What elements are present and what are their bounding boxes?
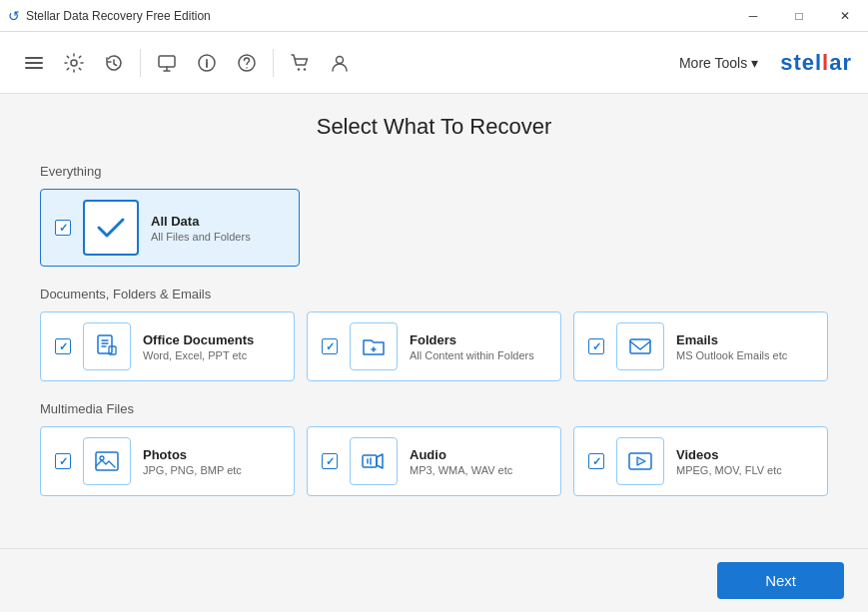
office-docs-card[interactable]: Office Documents Word, Excel, PPT etc [40,311,295,381]
multimedia-section: Multimedia Files Photos JPG, PNG, BMP et… [40,401,828,496]
videos-text: Videos MPEG, MOV, FLV etc [676,447,813,476]
more-tools-label: More Tools [679,55,747,71]
videos-checkbox[interactable] [588,453,604,469]
office-docs-text: Office Documents Word, Excel, PPT etc [143,332,280,361]
dropdown-arrow-icon: ▾ [751,55,758,71]
svg-point-7 [337,56,344,63]
videos-card[interactable]: Videos MPEG, MOV, FLV etc [573,426,828,496]
account-button[interactable] [322,45,358,81]
videos-title: Videos [676,447,813,462]
separator-1 [140,49,141,77]
photos-subtitle: JPG, PNG, BMP etc [143,464,280,476]
folders-icon-box [350,322,398,370]
main-content: Select What To Recover Everything All Da… [0,94,868,548]
all-data-text: All Data All Files and Folders [151,214,285,243]
audio-card[interactable]: Audio MP3, WMA, WAV etc [307,426,561,496]
photos-checkbox[interactable] [55,453,71,469]
svg-point-5 [298,68,300,70]
everything-card-row: All Data All Files and Folders [40,189,828,267]
logo-accent: l [822,50,829,75]
window-controls: ─ □ ✕ [730,0,868,32]
folders-subtitle: All Content within Folders [410,349,546,361]
monitor-icon [157,53,177,73]
photos-title: Photos [143,447,280,462]
title-bar-left: ↺ Stellar Data Recovery Free Edition [8,8,211,24]
emails-icon-box [616,322,664,370]
menu-button[interactable] [16,45,52,81]
all-data-card[interactable]: All Data All Files and Folders [40,189,300,267]
settings-button[interactable] [56,45,92,81]
close-button[interactable]: ✕ [822,0,868,32]
office-docs-icon-box [83,322,131,370]
all-data-icon-box [83,200,139,256]
stellar-logo: stellar [780,50,852,76]
audio-subtitle: MP3, WMA, WAV etc [410,464,546,476]
multimedia-card-row: Photos JPG, PNG, BMP etc Audio [40,426,828,496]
all-data-checkbox[interactable] [55,220,71,236]
svg-rect-10 [630,339,650,353]
emails-checkbox[interactable] [588,338,604,354]
everything-label: Everything [40,164,828,179]
separator-2 [273,49,274,77]
emails-text: Emails MS Outlook Emails etc [676,332,813,361]
title-bar: ↺ Stellar Data Recovery Free Edition ─ □… [0,0,868,32]
audio-icon [360,447,388,475]
audio-icon-box [350,437,398,485]
checkmark-icon [93,210,129,246]
svg-rect-13 [363,455,377,467]
photos-card[interactable]: Photos JPG, PNG, BMP etc [40,426,295,496]
gear-icon [64,53,84,73]
folders-card[interactable]: Folders All Content within Folders [307,311,561,381]
audio-checkbox[interactable] [322,453,338,469]
office-docs-title: Office Documents [143,332,280,347]
video-icon [626,447,654,475]
document-icon [93,332,121,360]
photos-icon-box [83,437,131,485]
svg-rect-8 [98,335,112,353]
cart-icon [290,53,310,73]
minimize-button[interactable]: ─ [730,0,776,32]
svg-rect-1 [159,56,175,67]
audio-text: Audio MP3, WMA, WAV etc [410,447,546,476]
info-icon [197,53,217,73]
history-button[interactable] [96,45,132,81]
office-docs-checkbox[interactable] [55,338,71,354]
folders-title: Folders [410,332,546,347]
scan-button[interactable] [149,45,185,81]
info-button[interactable] [189,45,225,81]
folder-icon [360,332,388,360]
email-icon [626,332,654,360]
emails-title: Emails [676,332,813,347]
help-icon [237,53,257,73]
maximize-button[interactable]: □ [776,0,822,32]
videos-subtitle: MPEG, MOV, FLV etc [676,464,813,476]
all-data-title: All Data [151,214,285,229]
person-icon [330,53,350,73]
folders-text: Folders All Content within Folders [410,332,546,361]
footer: Next [0,548,868,612]
toolbar-left [16,45,358,81]
photo-icon [93,447,121,475]
photos-text: Photos JPG, PNG, BMP etc [143,447,280,476]
documents-section: Documents, Folders & Emails Office Docum… [40,287,828,381]
app-title: Stellar Data Recovery Free Edition [26,9,211,23]
svg-point-4 [246,67,248,69]
emails-card[interactable]: Emails MS Outlook Emails etc [573,311,828,381]
cart-button[interactable] [282,45,318,81]
audio-title: Audio [410,447,546,462]
help-button[interactable] [229,45,265,81]
folders-checkbox[interactable] [322,338,338,354]
documents-card-row: Office Documents Word, Excel, PPT etc Fo… [40,311,828,381]
svg-point-0 [71,60,77,66]
emails-subtitle: MS Outlook Emails etc [676,349,813,361]
hamburger-icon [25,57,43,69]
svg-point-6 [304,68,306,70]
next-button[interactable]: Next [717,562,844,599]
more-tools-button[interactable]: More Tools ▾ [669,49,768,77]
history-icon [104,53,124,73]
everything-section: Everything All Data All Files and Folder… [40,164,828,267]
app-icon: ↺ [8,8,20,24]
page-title: Select What To Recover [40,114,828,140]
toolbar-right: More Tools ▾ stellar [669,49,852,77]
office-docs-subtitle: Word, Excel, PPT etc [143,349,280,361]
